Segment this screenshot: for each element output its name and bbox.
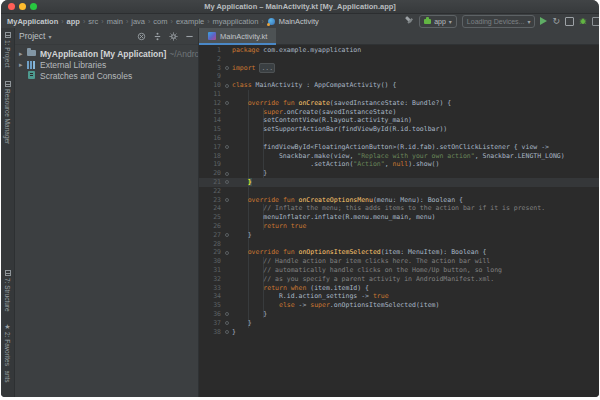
code-line[interactable]: 23 override fun onCreateOptionsMenu(menu…	[199, 196, 599, 205]
device-dropdown[interactable]: Loading Devices... ▾	[462, 15, 536, 28]
code-line[interactable]: 3import ...	[199, 64, 599, 73]
code-line[interactable]: 2	[199, 55, 599, 64]
code-line[interactable]: 13 super.onCreate(savedInstanceState)	[199, 108, 599, 117]
fold-marker-icon[interactable]	[225, 180, 229, 184]
code-line[interactable]: 31 // automatically handle clicks on the…	[199, 266, 599, 275]
line-number[interactable]: 9	[199, 72, 223, 81]
fold-marker-icon[interactable]	[225, 321, 229, 325]
code-line[interactable]: 24 // Inflate the menu; this adds items …	[199, 204, 599, 213]
code-line[interactable]: 19 .setAction("Action", null).show()	[199, 160, 599, 169]
code-line[interactable]: 1package com.example.myapplication	[199, 46, 599, 55]
line-number[interactable]: 13	[199, 108, 223, 117]
fold-marker-icon[interactable]	[225, 84, 229, 88]
fold-marker-icon[interactable]	[225, 145, 229, 149]
line-number[interactable]: 1	[199, 46, 223, 55]
line-number[interactable]: 19	[199, 160, 223, 169]
line-number[interactable]: 36	[199, 310, 223, 319]
line-number[interactable]: 28	[199, 240, 223, 249]
line-number[interactable]: 15	[199, 125, 223, 134]
line-number[interactable]: 18	[199, 152, 223, 161]
tree-item-scratches-and-consoles[interactable]: Scratches and Consoles	[15, 70, 198, 81]
code-line[interactable]: 28	[199, 240, 599, 249]
line-number[interactable]: 16	[199, 134, 223, 143]
fold-marker-icon[interactable]	[225, 251, 229, 255]
code-line[interactable]: 11	[199, 90, 599, 99]
breadcrumb-item-src[interactable]: src	[88, 17, 98, 26]
breadcrumb-item-com[interactable]: com	[153, 17, 167, 26]
line-number[interactable]: 10	[199, 81, 223, 90]
code-line[interactable]: 22	[199, 187, 599, 196]
tree-item-external-libraries[interactable]: ▸External Libraries	[15, 59, 198, 70]
breadcrumb-item-example[interactable]: example	[176, 17, 204, 26]
run-button[interactable]	[540, 17, 547, 25]
fold-marker-icon[interactable]	[225, 172, 229, 176]
tab-mainactivity[interactable]: MainActivity.kt	[199, 28, 276, 44]
line-number[interactable]: 20	[199, 169, 223, 178]
code-line[interactable]: 15 setSupportActionBar(findViewById(R.id…	[199, 125, 599, 134]
build-hammer-icon[interactable]	[404, 16, 414, 26]
breadcrumb-item-app[interactable]: app	[67, 17, 80, 26]
line-number[interactable]: 24	[199, 204, 223, 213]
line-number[interactable]: 35	[199, 301, 223, 310]
breadcrumb-item-java[interactable]: java	[131, 17, 145, 26]
code-line[interactable]: 37 }	[199, 319, 599, 328]
code-line[interactable]: 27 }	[199, 231, 599, 240]
breadcrumb-item-main[interactable]: main	[107, 17, 123, 26]
locate-file-icon[interactable]	[137, 32, 146, 41]
tool-stripe-resource-manager[interactable]: Resource Manager	[4, 81, 11, 144]
line-number[interactable]: 32	[199, 275, 223, 284]
tool-stripe-structure[interactable]: 7: Structure	[1, 270, 14, 312]
run-config-dropdown[interactable]: app ▾	[419, 15, 457, 28]
code-line[interactable]: 21 }	[199, 178, 599, 187]
apply-changes-icon[interactable]: ↻	[552, 16, 560, 26]
breadcrumb-item-mainactivity[interactable]: MainActivity	[279, 17, 319, 26]
line-number[interactable]: 25	[199, 213, 223, 222]
line-number[interactable]: 33	[199, 284, 223, 293]
line-number[interactable]: 3	[199, 64, 223, 73]
code-line[interactable]: 38}	[199, 328, 599, 337]
tool-stripe----project[interactable]: 1: Project	[4, 32, 11, 67]
code-line[interactable]: 9	[199, 72, 599, 81]
chevron-right-icon[interactable]: ▸	[19, 50, 27, 58]
line-number[interactable]: 21	[199, 178, 223, 187]
line-number[interactable]: 23	[199, 196, 223, 205]
line-number[interactable]: 30	[199, 257, 223, 266]
line-number[interactable]: 31	[199, 266, 223, 275]
gear-icon[interactable]	[169, 32, 178, 41]
fold-marker-icon[interactable]	[225, 101, 229, 105]
code-line[interactable]: 26 return true	[199, 222, 599, 231]
breadcrumb-item-myapplication[interactable]: myapplication	[213, 17, 259, 26]
line-number[interactable]: 11	[199, 90, 223, 99]
fold-marker-icon[interactable]	[225, 66, 229, 70]
code-line[interactable]: 17 findViewById<FloatingActionButton>(R.…	[199, 143, 599, 152]
line-number[interactable]: 17	[199, 143, 223, 152]
line-number[interactable]: 14	[199, 116, 223, 125]
code-editor[interactable]: 1package com.example.myapplication23impo…	[199, 45, 599, 397]
fold-marker-icon[interactable]	[225, 312, 229, 316]
line-number[interactable]: 38	[199, 328, 223, 337]
profiler-button[interactable]	[592, 17, 599, 26]
code-line[interactable]: 20 }	[199, 169, 599, 178]
tool-stripe-build-variants[interactable]: Build Variants	[1, 371, 14, 397]
fold-marker-icon[interactable]	[225, 198, 229, 202]
code-line[interactable]: 35 else -> super.onOptionsItemSelected(i…	[199, 301, 599, 310]
apply-code-changes-icon[interactable]	[565, 17, 574, 26]
code-line[interactable]: 18 Snackbar.make(view, "Replace with you…	[199, 152, 599, 161]
line-number[interactable]: 12	[199, 99, 223, 108]
line-number[interactable]: 34	[199, 292, 223, 301]
tool-stripe-favorites[interactable]: ★ 2: Favorites	[1, 323, 14, 366]
collapse-all-icon[interactable]	[153, 32, 162, 41]
code-line[interactable]: 32 // as you specify a parent activity i…	[199, 275, 599, 284]
code-line[interactable]: 10class MainActivity : AppCompatActivity…	[199, 81, 599, 90]
code-line[interactable]: 29 override fun onOptionsItemSelected(it…	[199, 248, 599, 257]
breadcrumb-item-myapplication[interactable]: MyApplication	[7, 17, 58, 26]
fold-marker-icon[interactable]	[225, 330, 229, 334]
project-panel-title[interactable]: Project	[19, 31, 45, 41]
code-line[interactable]: 12 override fun onCreate(savedInstanceSt…	[199, 99, 599, 108]
line-number[interactable]: 26	[199, 222, 223, 231]
line-number[interactable]: 37	[199, 319, 223, 328]
line-number[interactable]: 29	[199, 248, 223, 257]
line-number[interactable]: 22	[199, 187, 223, 196]
line-number[interactable]: 27	[199, 231, 223, 240]
line-number[interactable]: 2	[199, 55, 223, 64]
